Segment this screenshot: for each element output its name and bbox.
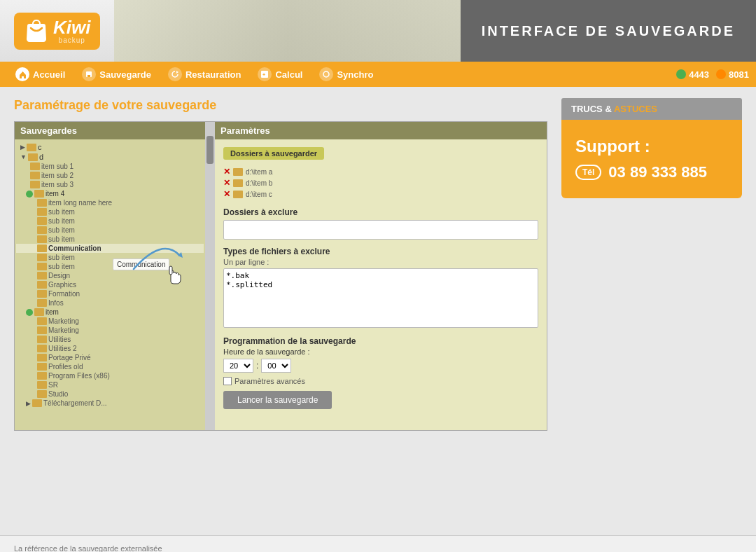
page-title: Paramétrage de votre sauvegarde [14, 98, 547, 113]
tree-item[interactable]: Program Files (x86) [16, 371, 204, 380]
header: Kiwi backup INTERFACE DE SAUVEGARDE [0, 0, 756, 62]
nav-label-synchro: Synchro [337, 69, 373, 80]
advanced-params-link[interactable]: Paramètres avancés [223, 377, 538, 385]
exclude-folders-label: Dossiers à exclure [223, 207, 538, 217]
tips-section: TRUCS & ASTUCES Support : Tél 03 89 333 … [561, 98, 742, 198]
time-row: 20 : 00 [223, 359, 538, 373]
save-icon [82, 67, 96, 81]
folder-list-item: ✕ d:\item c [223, 189, 538, 199]
sync-icon [319, 67, 333, 81]
tree-item[interactable]: Marketing [16, 326, 204, 335]
header-bg-image [114, 0, 460, 62]
navbar: Accueil Sauvegarde Restauration + Calcul… [0, 62, 756, 87]
tree-item[interactable]: Infos [16, 298, 204, 308]
tree-item[interactable]: sub item [16, 216, 204, 226]
time-colon: : [256, 361, 258, 371]
dot-orange-right [716, 69, 726, 79]
tips-header-text: TRUCS & [571, 104, 614, 114]
nav-item-synchro[interactable]: Synchro [311, 62, 382, 87]
tree-item[interactable]: item 4 [16, 189, 204, 198]
status-value-right: 8081 [729, 69, 749, 80]
nav-item-home[interactable]: Accueil [7, 62, 74, 87]
tree-body[interactable]: ▶ c ▼ d item sub 1 [15, 139, 205, 430]
home-icon [15, 67, 29, 81]
svg-marker-2 [176, 71, 178, 74]
time-label: Heure de la sauvegarde : [223, 347, 538, 356]
tree-item[interactable]: Studio [16, 389, 204, 399]
bag-icon [24, 18, 49, 43]
file-types-label: Types de fichiers à exclure [223, 247, 538, 256]
tree-item[interactable]: Portage Privé [16, 353, 204, 362]
tree-item[interactable]: sub item [16, 253, 204, 262]
nav-label-calcul: Calcul [275, 69, 302, 80]
checkbox-advanced[interactable] [223, 377, 232, 385]
tree-item[interactable]: ▼ d [16, 152, 204, 162]
tree-item[interactable]: Formation [16, 289, 204, 298]
support-title: Support : [575, 137, 650, 156]
remove-x-1[interactable]: ✕ [223, 167, 230, 177]
phone-number: 03 89 333 885 [608, 163, 707, 181]
tree-item[interactable]: Design [16, 271, 204, 280]
tree-item[interactable]: Profiles old [16, 362, 204, 371]
logo-text: Kiwi [53, 18, 90, 36]
tree-item[interactable]: item long name here [16, 198, 204, 207]
nav-label-restauration: Restauration [186, 69, 241, 80]
folder-name-2: d:\item b [246, 179, 272, 187]
left-panel: Paramétrage de votre sauvegarde Sauvegar… [14, 98, 547, 524]
params-body: Dossiers à sauvegarder ✕ d:\item a ✕ d:\… [215, 139, 547, 430]
tree-item[interactable]: SR [16, 380, 204, 389]
scrollbar-thumb[interactable] [206, 136, 214, 164]
folder-list-item: ✕ d:\item a [223, 167, 538, 177]
logo-box[interactable]: Kiwi backup [14, 13, 100, 50]
nav-item-sauvegarde[interactable]: Sauvegarde [74, 62, 160, 87]
folder-name-1: d:\item a [246, 168, 272, 176]
params-panel: Paramètres Dossiers à sauvegarder ✕ d:\i… [215, 122, 547, 430]
tree-item[interactable]: ▶ Téléchargement D... [16, 399, 204, 408]
footer-text: La référence de la sauvegarde externalis… [14, 544, 162, 552]
tree-scrollbar[interactable] [205, 122, 215, 430]
exclude-folders-input[interactable] [223, 220, 538, 240]
tree-item[interactable]: sub item [16, 226, 204, 235]
tree-item[interactable]: item [16, 308, 204, 317]
tree-item[interactable]: Graphics [16, 280, 204, 289]
params-header: Paramètres [215, 122, 547, 139]
tree-item[interactable]: item sub 1 [16, 162, 204, 171]
support-phone-row: Tél 03 89 333 885 [575, 163, 707, 181]
tel-badge: Tél [575, 165, 601, 180]
svg-rect-1 [88, 75, 90, 77]
minute-select[interactable]: 00 [261, 359, 291, 373]
tree-item[interactable]: Marketing [16, 317, 204, 326]
remove-x-3[interactable]: ✕ [223, 189, 230, 199]
hour-select[interactable]: 20 [223, 359, 253, 373]
restore-icon [168, 67, 182, 81]
launch-button[interactable]: Lancer la sauvegarde [223, 391, 332, 409]
tips-header: TRUCS & ASTUCES [561, 98, 742, 120]
tree-item[interactable]: Utilities [16, 335, 204, 344]
nav-item-calcul[interactable]: + Calcul [249, 62, 311, 87]
tree-item[interactable]: item sub 2 [16, 171, 204, 180]
tree-item[interactable]: sub item [16, 235, 204, 244]
interface-title-box: INTERFACE DE SAUVEGARDE [461, 0, 756, 62]
tree-item[interactable]: Utilities 2 [16, 344, 204, 353]
status-value-left: 4443 [689, 69, 709, 80]
logo-sub: backup [53, 36, 90, 44]
logo-area: Kiwi backup [0, 13, 114, 50]
nav-item-restauration[interactable]: Restauration [160, 62, 249, 87]
folder-list-item: ✕ d:\item b [223, 178, 538, 188]
main-area: Paramétrage de votre sauvegarde Sauvegar… [0, 87, 756, 535]
footer: La référence de la sauvegarde externalis… [0, 535, 756, 552]
tree-item-communication[interactable]: Communication [16, 244, 204, 253]
dot-green-left [676, 69, 686, 79]
nav-label-home: Accueil [33, 69, 65, 80]
interface-title: INTERFACE DE SAUVEGARDE [482, 23, 735, 39]
remove-x-2[interactable]: ✕ [223, 178, 230, 188]
tree-item[interactable]: ▶ c [16, 142, 204, 152]
status-left: 4443 [676, 69, 709, 80]
right-panel: TRUCS & ASTUCES Support : Tél 03 89 333 … [561, 98, 742, 524]
tree-item[interactable]: item sub 3 [16, 180, 204, 189]
tree-item[interactable]: sub item [16, 207, 204, 216]
status-right: 8081 [716, 69, 749, 80]
tree-item[interactable]: sub item [16, 262, 204, 271]
file-types-textarea[interactable]: *.bak *.splitted [223, 268, 538, 328]
support-box: Support : Tél 03 89 333 885 [561, 120, 742, 198]
